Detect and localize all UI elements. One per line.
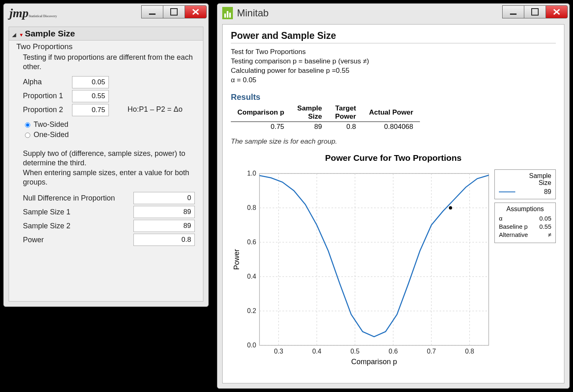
legend-sample-size-label: Sample Size xyxy=(499,172,551,187)
power-curve-chart: 0.0 0.2 0.4 0.6 0.8 1.0 0.3 0.4 0.5 0.6 … xyxy=(231,165,556,366)
col-sample-size: Sample Size xyxy=(291,104,328,122)
power-curve-line xyxy=(259,175,489,337)
assume-base-k: Baseline p xyxy=(499,223,528,231)
hotspot-icon[interactable]: ▾ xyxy=(20,32,23,38)
legend-sample-size-box: Sample Size 89 xyxy=(494,169,556,199)
section-title: Sample Size xyxy=(25,29,75,38)
ytick-1.0: 1.0 xyxy=(247,170,256,177)
maximize-button[interactable] xyxy=(524,5,546,18)
y-axis-label: Power xyxy=(232,249,241,270)
chart-title: Power Curve for Two Proportions xyxy=(231,153,556,163)
assumptions-title: Assumptions xyxy=(499,205,551,213)
section-header[interactable]: ◢ ▾ Sample Size xyxy=(9,27,203,41)
maximize-button[interactable] xyxy=(163,5,185,18)
power-input[interactable] xyxy=(133,234,195,246)
page-title: Power and Sample Size xyxy=(231,30,556,41)
ytick-0.0: 0.0 xyxy=(247,342,256,349)
alpha-input[interactable] xyxy=(72,76,109,88)
proportion1-input[interactable] xyxy=(72,90,109,102)
meta-line-1: Test for Two Proportions xyxy=(231,47,556,57)
assume-alt-k: Alternative xyxy=(499,231,528,239)
power-label: Power xyxy=(23,236,133,244)
meta-line-2: Testing comparison p = baseline p (versu… xyxy=(231,57,556,66)
disclosure-triangle-icon[interactable]: ◢ xyxy=(12,32,16,38)
close-button[interactable] xyxy=(185,5,207,18)
results-table: Comparison p Sample Size Target Power Ac… xyxy=(231,104,420,132)
minitab-icon xyxy=(222,7,233,19)
minimize-button[interactable] xyxy=(141,5,163,18)
jmp-logo: jmpStatistical Discovery xyxy=(9,6,57,20)
one-sided-label: One-Sided xyxy=(34,131,69,139)
null-diff-label: Null Difference in Proportion xyxy=(23,194,133,203)
sample-size-1-input[interactable] xyxy=(133,206,195,218)
table-row: 0.75 89 0.8 0.804068 xyxy=(231,122,420,132)
minitab-window: Minitab Power and Sample Size Test for T… xyxy=(217,3,570,389)
meta-line-4: α = 0.05 xyxy=(231,76,556,85)
cell-comparison-p: 0.75 xyxy=(231,122,291,132)
ytick-0.6: 0.6 xyxy=(247,239,256,246)
sample-size-1-label: Sample Size 1 xyxy=(23,208,133,216)
jmp-window: jmpStatistical Discovery ◢ ▾ Sample Size… xyxy=(3,3,209,307)
two-sided-radio[interactable] xyxy=(25,122,30,128)
title-divider xyxy=(231,43,556,43)
alpha-label: Alpha xyxy=(23,78,72,86)
xtick-0.7: 0.7 xyxy=(427,348,436,355)
xtick-0.6: 0.6 xyxy=(389,348,398,355)
meta-line-3: Calculating power for baseline p =0.55 xyxy=(231,66,556,76)
ytick-0.2: 0.2 xyxy=(247,307,256,314)
xtick-0.8: 0.8 xyxy=(465,348,474,355)
ytick-0.4: 0.4 xyxy=(247,273,256,280)
xtick-0.4: 0.4 xyxy=(312,348,321,355)
col-target-power: Target Power xyxy=(329,104,363,122)
proportion1-label: Proportion 1 xyxy=(23,92,72,100)
close-button[interactable] xyxy=(546,5,568,18)
legend-line-icon xyxy=(499,191,515,192)
col-actual-power: Actual Power xyxy=(363,104,420,122)
app-name: Minitab xyxy=(237,7,268,19)
assume-alpha-k: α xyxy=(499,214,503,223)
target-power-marker xyxy=(449,206,452,210)
jmp-titlebar: jmpStatistical Discovery xyxy=(4,4,208,20)
ytick-0.8: 0.8 xyxy=(247,204,256,211)
chart-legend: Sample Size 89 Assumptions α0.05 Baselin… xyxy=(494,169,556,246)
fieldset-title: Two Proportions xyxy=(16,42,203,51)
assume-alpha-v: 0.05 xyxy=(539,214,551,223)
minitab-titlebar: Minitab xyxy=(217,4,569,23)
xtick-0.3: 0.3 xyxy=(274,348,283,355)
col-comparison-p: Comparison p xyxy=(231,104,291,122)
minimize-button[interactable] xyxy=(502,5,524,18)
assume-base-v: 0.55 xyxy=(539,223,551,231)
minitab-document: Power and Sample Size Test for Two Propo… xyxy=(222,24,564,383)
cell-actual-power: 0.804068 xyxy=(363,122,420,132)
proportion2-label: Proportion 2 xyxy=(23,106,72,114)
x-axis-label: Comparison p xyxy=(351,358,397,366)
proportion2-input[interactable] xyxy=(72,104,109,116)
sample-size-2-label: Sample Size 2 xyxy=(23,222,133,230)
description-text: Testing if two proportions are different… xyxy=(23,53,195,72)
legend-assumptions-box: Assumptions α0.05 Baseline p0.55 Alterna… xyxy=(494,203,556,243)
sample-size-2-input[interactable] xyxy=(133,220,195,232)
null-hypothesis-text: Ho:P1 – P2 = Δo xyxy=(127,105,183,114)
instructions-text: Supply two of (difference, sample sizes,… xyxy=(23,149,195,187)
two-sided-label: Two-Sided xyxy=(34,120,68,129)
null-diff-input[interactable] xyxy=(133,192,195,204)
xtick-0.5: 0.5 xyxy=(350,348,359,355)
cell-target-power: 0.8 xyxy=(329,122,363,132)
one-sided-radio[interactable] xyxy=(25,133,30,138)
assume-alt-v: ≠ xyxy=(548,231,551,239)
jmp-panel: ◢ ▾ Sample Size Two Proportions Testing … xyxy=(9,27,203,302)
cell-sample-size: 89 xyxy=(291,122,328,132)
footnote: The sample size is for each group. xyxy=(231,137,556,146)
legend-sample-size-value: 89 xyxy=(515,188,551,196)
results-heading: Results xyxy=(231,92,556,102)
